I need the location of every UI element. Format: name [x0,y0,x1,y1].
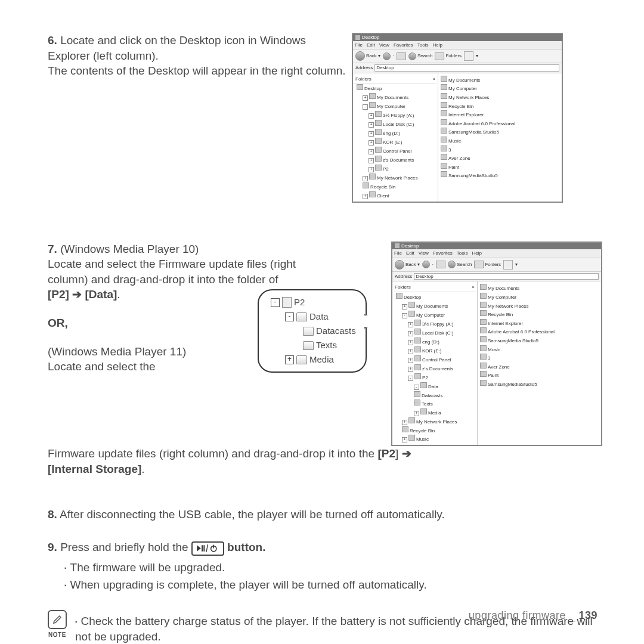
step-9-bullets: The firmware will be upgraded. When upgr… [64,560,602,592]
menu-file[interactable]: File [394,250,402,256]
tree-item: +3½ Floppy (A:) [396,319,476,328]
bubble-p2: -P2 [271,295,356,309]
folder-tree[interactable]: Folders× Desktop +My Documents -My Compu… [353,73,438,202]
address-field[interactable]: Desktop [414,273,599,280]
list-item: My Documents [480,283,599,292]
forward-button[interactable] [422,261,430,268]
list-item: Recycle Bin [441,101,559,110]
footer-text: upgrading firmware _ [469,609,579,621]
tree-item: +eng (D:) [396,337,476,346]
folder-tree[interactable]: Folders× Desktop +My Documents -My Compu… [392,281,478,445]
tree-item: -P2 [396,373,476,382]
address-label: Address [355,65,373,71]
titlebar: Desktop [353,34,562,41]
page-number: 139 [578,609,597,621]
folders-button[interactable]: Folders [474,261,501,268]
list-item: Adobe Acrobat 6.0 Professional [480,327,599,336]
tree-item: Datacasts [396,391,476,400]
step-7-wmp10: (Windows Media Player 10) [57,243,199,255]
close-tree-icon[interactable]: × [432,76,435,82]
views-button[interactable] [503,260,513,270]
menu-tools[interactable]: Tools [457,250,468,256]
close-tree-icon[interactable]: × [472,284,475,290]
folders-button[interactable]: Folders [435,52,462,60]
menu-edit[interactable]: Edit [367,42,375,48]
menu-tools[interactable]: Tools [417,42,429,48]
window-icon [395,243,400,248]
tree-item: +Client [357,191,436,200]
tree-item: -Data [396,382,476,391]
list-item: Aver Zone [441,153,559,162]
list-item: Adobe Acrobat 6.0 Professional [441,119,559,128]
step-9: 9. Press and briefly hold the button. Th… [48,540,602,592]
step-6-text: 6. Locate and click on the Desktop icon … [48,33,346,203]
up-button[interactable] [397,52,406,60]
menu-favorites[interactable]: Favorites [394,42,413,48]
addressbar: Address Desktop [392,272,601,282]
tree-item: +My Network Places [357,173,436,182]
tree-item: +Control Panel [396,355,476,364]
step-7-num: 7. [48,243,57,255]
step-8-num: 8. [48,508,57,521]
file-list[interactable]: My Documents My Computer My Network Plac… [438,73,562,202]
step-9-post: button. [227,541,265,553]
address-label: Address [395,274,412,280]
tree-item: +My Documents [357,92,436,101]
address-field[interactable]: Desktop [374,64,559,72]
list-item: Music [441,136,559,145]
menubar: File Edit View Favorites Tools Help [392,249,601,258]
step-6: 6. Locate and click on the Desktop icon … [48,33,602,203]
note-icon-col: NOTE [48,610,67,644]
menu-view[interactable]: View [419,250,429,256]
search-button[interactable]: Search [448,261,472,268]
bubble-texts: Texts [271,338,356,352]
toolbar: Back ▾ · Search Folders ▾ [392,258,601,272]
tree-item: +Music [396,434,476,443]
tree-item: +Control Panel [357,146,436,155]
list-item: My Network Places [441,92,559,101]
svg-marker-0 [197,546,201,552]
p2-tree-callout: -P2 -Data Datacasts Texts +Media [258,289,367,373]
views-button[interactable] [464,51,473,61]
note-pencil-icon [48,610,67,629]
back-button[interactable]: Back ▾ [395,260,420,270]
list-item: Internet Explorer [441,110,559,119]
menu-edit[interactable]: Edit [406,250,414,256]
window-icon [355,35,360,40]
tree-item: -My Computer [396,310,476,319]
list-item: SamsungMedia Studio5 [480,336,599,345]
tree-item: Recycle Bin [357,182,436,191]
menubar: File Edit View Favorites Tools Help [353,41,562,50]
arrow-icon: ➔ [69,288,85,301]
forward-button[interactable] [383,52,391,60]
step-9-num: 9. [48,541,57,553]
back-button[interactable]: Back ▾ [355,51,380,61]
up-button[interactable] [436,261,445,268]
list-item: SamsungMediaStudio5 [441,171,559,179]
menu-file[interactable]: File [355,42,363,48]
list-item: My Documents [441,75,559,84]
menu-view[interactable]: View [379,42,389,48]
explorer-window-1: Desktop File Edit View Favorites Tools H… [352,33,563,203]
tree-item: +3½ Floppy (A:) [357,110,436,119]
tree-item: -My Computer [357,101,436,110]
menu-help[interactable]: Help [472,250,481,256]
list-item: My Computer [480,292,599,301]
menu-favorites[interactable]: Favorites [433,250,453,256]
tree-item: +KOR (E:) [357,137,436,146]
search-button[interactable]: Search [408,52,432,60]
step-8-text: After disconnecting the USB cable, the p… [57,508,445,521]
note-label: NOTE [48,631,66,639]
internal-storage-label: [Internal Storage] [48,463,141,475]
list-item: Recycle Bin [480,309,599,318]
data-label: [Data] [85,288,117,301]
list-item: Internet Explorer [480,318,599,327]
step-6-num: 6. [48,34,57,47]
p2-label-2: [P2 [377,447,395,460]
tree-item: +My Network Places [396,417,476,426]
file-list[interactable]: My Documents My Computer My Network Plac… [478,281,601,445]
explorer-window-2: Desktop File Edit View Favorites Tools H… [391,242,602,447]
menu-help[interactable]: Help [432,42,442,48]
tree-item: Desktop [396,292,476,301]
bubble-data: -Data [271,309,356,324]
